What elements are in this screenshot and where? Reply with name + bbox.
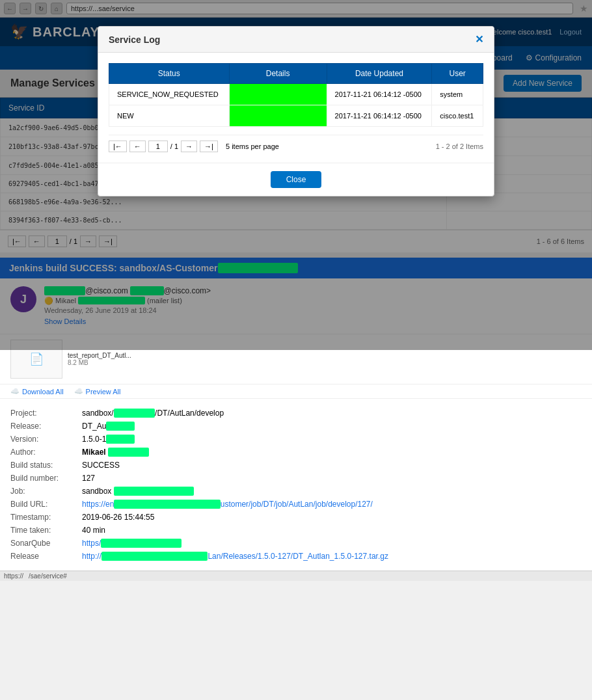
status-left: https://	[4, 572, 23, 580]
log-col-details: Details	[229, 64, 327, 84]
field-value: 127	[82, 472, 582, 485]
email-field-row: SonarQube https/	[10, 537, 582, 550]
email-field-row: Build number: 127	[10, 472, 582, 485]
email-field-row: Time taken: 40 min	[10, 524, 582, 537]
email-body: Project: sandbox/ /DT/AutLan/develop Rel…	[0, 399, 592, 571]
field-value: http:// Lan/Releases/1.5.0-127/DT_Autlan…	[82, 550, 582, 563]
field-value: 1.5.0-1	[82, 433, 582, 446]
cloud-preview-icon: ☁️	[74, 387, 83, 396]
modal-pagination-controls: |← ← / 1 → →| 5 items per page	[109, 141, 279, 152]
field-value: SUCCESS	[82, 459, 582, 472]
service-log-modal: Service Log ✕ Status Details Date Update…	[98, 26, 494, 196]
status-right: /sae/service#	[29, 572, 67, 580]
log-details-cell	[229, 84, 327, 105]
modal-pagination-summary: 1 - 2 of 2 Items	[436, 142, 483, 150]
field-value: https/	[82, 537, 582, 550]
modal-pagination: |← ← / 1 → →| 5 items per page 1 - 2 of …	[109, 135, 483, 152]
build-url-link[interactable]: https://en ustomer/job/DT/job/AutLan/job…	[82, 500, 373, 509]
field-label: Time taken:	[10, 524, 82, 537]
attachment-name: test_report_DT_Autl...	[68, 352, 131, 359]
field-label: SonarQube	[10, 537, 82, 550]
log-status-cell: NEW	[109, 105, 230, 127]
modal-close-button[interactable]: ✕	[475, 33, 483, 46]
download-all-button[interactable]: ☁️ Download All	[10, 387, 64, 396]
modal-first-page[interactable]: |←	[109, 141, 127, 152]
log-date-cell: 2017-11-21 06:14:12 -0500	[327, 84, 432, 105]
field-label: Release	[10, 550, 82, 563]
field-label: Job:	[10, 485, 82, 498]
email-field-row: Author: Mikael	[10, 446, 582, 459]
email-fields-table: Project: sandbox/ /DT/AutLan/develop Rel…	[10, 407, 582, 563]
cloud-download-icon: ☁️	[10, 387, 20, 396]
field-label: Timestamp:	[10, 511, 82, 524]
modal-title: Service Log	[109, 34, 160, 45]
modal-footer: Close	[98, 163, 494, 196]
field-label: Build URL:	[10, 498, 82, 511]
release-link[interactable]: http:// Lan/Releases/1.5.0-127/DT_Autlan…	[82, 552, 388, 561]
email-field-row: Release http:// Lan/Releases/1.5.0-127/D…	[10, 550, 582, 563]
download-all-label: Download All	[22, 388, 64, 396]
email-field-row: Build URL: https://en ustomer/job/DT/job…	[10, 498, 582, 511]
modal-items-per-page: 5 items per page	[226, 142, 279, 150]
modal-last-page[interactable]: →|	[200, 141, 218, 152]
log-date-cell: 2017-11-21 06:14:12 -0500	[327, 105, 432, 127]
status-bar: https:// /sae/service#	[0, 571, 592, 581]
attachment-actions: ☁️ Download All ☁️ Preview All	[0, 384, 592, 399]
log-status-cell: SERVICE_NOW_REQUESTED	[109, 84, 230, 105]
log-table-row: SERVICE_NOW_REQUESTED 2017-11-21 06:14:1…	[109, 84, 483, 105]
attachment-size: 8.2 MB	[68, 359, 131, 366]
modal-prev-page[interactable]: ←	[129, 141, 146, 152]
field-label: Version:	[10, 433, 82, 446]
doc-icon: 📄	[29, 352, 44, 366]
field-label: Author:	[10, 446, 82, 459]
field-label: Release:	[10, 420, 82, 433]
field-value: https://en ustomer/job/DT/job/AutLan/job…	[82, 498, 582, 511]
log-col-user: User	[432, 64, 483, 84]
modal-close-btn[interactable]: Close	[271, 171, 322, 188]
field-value: DT_Au	[82, 420, 582, 433]
modal-body: Status Details Date Updated User SERVICE…	[98, 53, 494, 163]
field-value: Mikael	[82, 446, 582, 459]
field-value: 40 min	[82, 524, 582, 537]
email-field-row: Version: 1.5.0-1	[10, 433, 582, 446]
email-field-row: Build status: SUCCESS	[10, 459, 582, 472]
preview-all-label: Preview All	[86, 388, 121, 396]
email-field-row: Job: sandbox	[10, 485, 582, 498]
service-log-table: Status Details Date Updated User SERVICE…	[109, 63, 483, 127]
email-field-row: Timestamp: 2019-06-26 15:44:55	[10, 511, 582, 524]
modal-next-page[interactable]: →	[181, 141, 197, 152]
modal-header: Service Log ✕	[98, 27, 494, 53]
sonarqube-link[interactable]: https/	[82, 539, 182, 548]
field-value: 2019-06-26 15:44:55	[82, 511, 582, 524]
log-user-cell: system	[432, 84, 483, 105]
log-col-status: Status	[109, 64, 230, 84]
preview-all-button[interactable]: ☁️ Preview All	[74, 387, 121, 396]
email-field-row: Project: sandbox/ /DT/AutLan/develop	[10, 407, 582, 420]
field-value: sandbox/ /DT/AutLan/develop	[82, 407, 582, 420]
log-user-cell: cisco.test1	[432, 105, 483, 127]
log-table-row: NEW 2017-11-21 06:14:12 -0500 cisco.test…	[109, 105, 483, 127]
log-details-cell	[229, 105, 327, 127]
email-field-row: Release: DT_Au	[10, 420, 582, 433]
modal-page-of: / 1	[170, 142, 178, 150]
log-col-date: Date Updated	[327, 64, 432, 84]
field-label: Build status:	[10, 459, 82, 472]
field-label: Build number:	[10, 472, 82, 485]
field-label: Project:	[10, 407, 82, 420]
attachment-info: test_report_DT_Autl... 8.2 MB	[68, 352, 131, 366]
modal-page-input[interactable]	[148, 141, 168, 152]
field-value: sandbox	[82, 485, 582, 498]
